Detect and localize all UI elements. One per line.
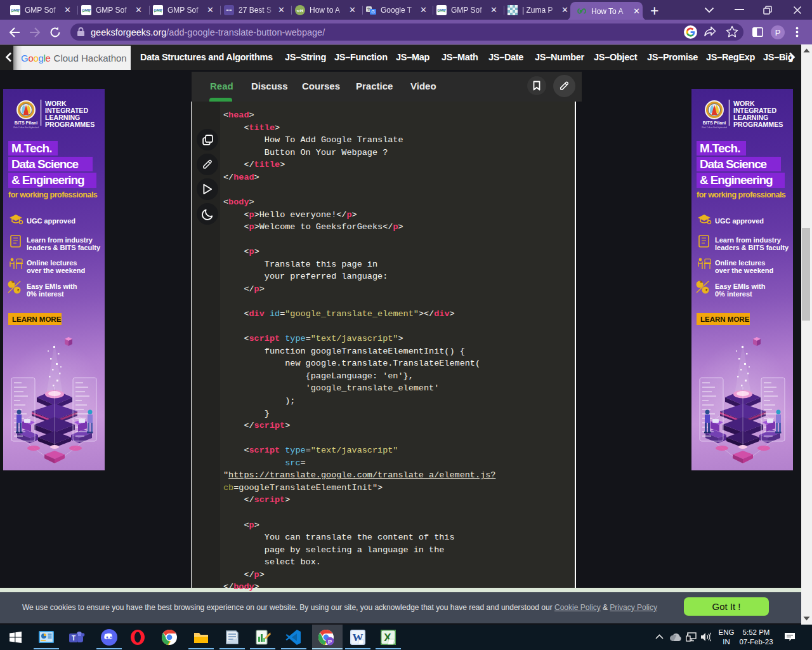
svg-text:P: P	[328, 639, 332, 645]
svg-text:G: G	[371, 10, 374, 14]
svg-text:T: T	[72, 635, 75, 642]
svg-text:wH: wH	[297, 8, 304, 13]
